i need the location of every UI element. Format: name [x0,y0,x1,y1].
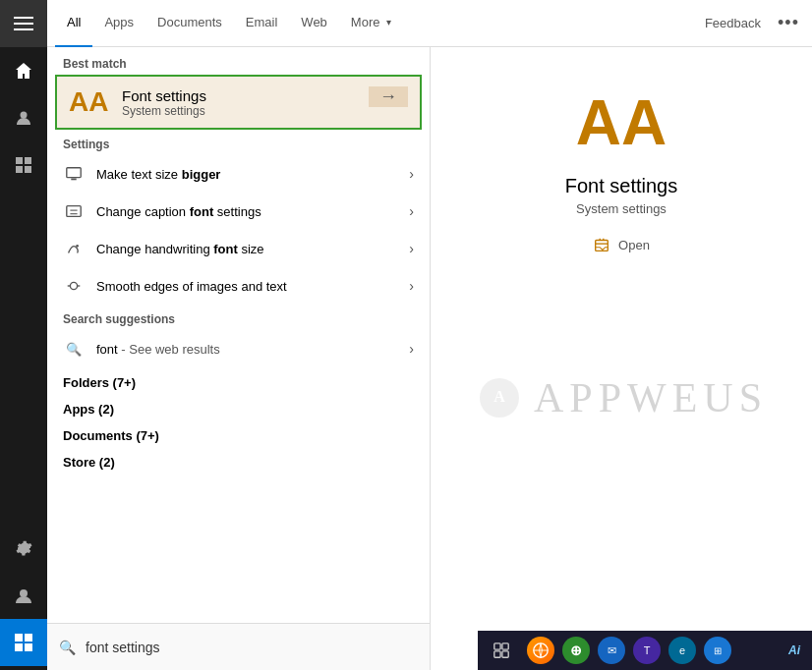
sidebar-account-button[interactable] [0,94,47,141]
svg-rect-1 [14,23,33,25]
taskbar-blue-icon[interactable]: ⊞ [704,637,731,664]
svg-rect-12 [25,643,32,651]
handwriting-icon [63,238,85,259]
start-button[interactable] [0,619,47,666]
svg-rect-25 [494,643,500,649]
svg-rect-6 [16,166,23,173]
right-panel: AA Font settings System settings Open [431,47,812,670]
setting-handwriting-label: Change handwriting font size [96,242,397,256]
smooth-icon [63,275,85,297]
svg-rect-7 [25,166,31,173]
setting-handwriting-font[interactable]: Change handwriting font size › [47,230,430,267]
setting-arrow-icon-4: › [409,278,414,294]
svg-point-23 [480,378,519,418]
watermark: A APPWEUS [475,373,768,422]
setting-arrow-icon-3: › [409,241,414,256]
svg-rect-5 [25,157,31,164]
svg-rect-0 [14,17,33,19]
left-panel: Best match AA Font settings System setti… [47,47,431,670]
sidebar-settings-button[interactable] [0,525,47,572]
taskbar-teams-icon[interactable]: T [633,637,661,664]
tab-more[interactable]: More ▾ [339,0,404,47]
category-folders: Folders (7+) [47,367,430,394]
svg-rect-11 [15,643,23,651]
right-panel-font-icon: AA [576,86,667,159]
svg-point-19 [70,282,77,289]
sidebar-apps-button[interactable] [0,141,47,189]
svg-point-8 [20,589,28,597]
caption-icon [63,200,85,222]
category-store: Store (2) [47,447,430,474]
font-settings-icon: AA [69,86,108,118]
best-match-item[interactable]: AA Font settings System settings → [57,77,420,128]
best-match-text: Font settings System settings [122,87,355,118]
best-match-open-arrow[interactable]: → [369,86,408,107]
main-container: All Apps Documents Email Web More ▾ Feed… [47,0,812,670]
svg-rect-28 [502,651,508,657]
svg-rect-2 [14,28,33,30]
setting-caption-font[interactable]: Change caption font settings › [47,193,430,230]
category-documents: Documents (7+) [47,420,430,447]
content-area: Best match AA Font settings System setti… [47,47,812,670]
taskbar-tray: Ai [788,643,808,657]
search-bar: 🔍 font settings [47,623,430,670]
tab-documents[interactable]: Documents [145,0,234,47]
best-match-container: AA Font settings System settings → [55,75,422,130]
open-button[interactable]: Open [593,236,650,253]
taskbar-edge-icon[interactable]: e [668,637,696,664]
setting-arrow-icon: › [409,166,414,182]
watermark-text: APPWEUS [534,374,768,421]
taskbar: ⊕ ✉ T e ⊞ Ai [478,631,812,670]
watermark-icon: A [475,373,524,422]
setting-caption-label: Change caption font settings [96,204,397,219]
sidebar-menu-button[interactable] [0,0,47,47]
taskbar-ai-label: Ai [788,643,800,657]
setting-text-size-label: Make text size bigger [96,167,397,182]
svg-rect-13 [67,168,81,178]
search-suggestion-text: font - See web results [96,342,397,357]
setting-arrow-icon-5: › [409,341,414,357]
tab-web[interactable]: Web [289,0,339,47]
category-apps: Apps (2) [47,394,430,420]
setting-text-size[interactable]: Make text size bigger › [47,155,430,193]
monitor-icon [63,163,85,185]
right-panel-title: Font settings [565,175,678,197]
open-icon [593,236,610,253]
search-suggestions-label: Search suggestions [47,305,430,330]
sidebar-home-button[interactable] [0,47,47,94]
svg-point-18 [76,245,79,248]
sidebar-user-button[interactable] [0,572,47,619]
tab-apps[interactable]: Apps [92,0,145,47]
svg-text:A: A [493,388,505,405]
sidebar [0,0,47,670]
svg-rect-10 [25,634,32,642]
svg-rect-26 [502,643,508,649]
best-match-title: Font settings [122,87,355,104]
best-match-label: Best match [47,47,430,75]
search-bar-icon: 🔍 [59,640,76,655]
setting-smooth-edges[interactable]: Smooth edges of images and text › [47,267,430,305]
taskbar-mail-icon[interactable]: ✉ [598,637,625,664]
tab-email[interactable]: Email [234,0,290,47]
setting-smooth-label: Smooth edges of images and text [96,279,397,294]
search-suggestion-font[interactable]: 🔍 font - See web results › [47,330,430,367]
open-label: Open [618,238,650,252]
setting-arrow-icon-2: › [409,203,414,219]
search-bar-input[interactable]: font settings [86,640,160,655]
chevron-down-icon: ▾ [386,17,391,28]
taskbar-browser-icon[interactable] [527,637,554,664]
search-icon: 🔍 [63,338,85,360]
svg-point-3 [21,112,28,119]
tab-bar: All Apps Documents Email Web More ▾ Feed… [47,0,812,47]
feedback-button[interactable]: Feedback [693,16,773,30]
svg-rect-9 [15,634,23,642]
best-match-subtitle: System settings [122,104,355,118]
svg-rect-14 [71,179,76,181]
svg-rect-15 [67,206,81,217]
svg-rect-4 [16,157,23,164]
taskbar-task-view[interactable] [482,633,521,668]
taskbar-store-icon[interactable]: ⊕ [562,637,590,664]
tab-all[interactable]: All [55,0,92,47]
svg-rect-27 [494,651,500,657]
more-options-button[interactable]: ••• [773,8,804,39]
